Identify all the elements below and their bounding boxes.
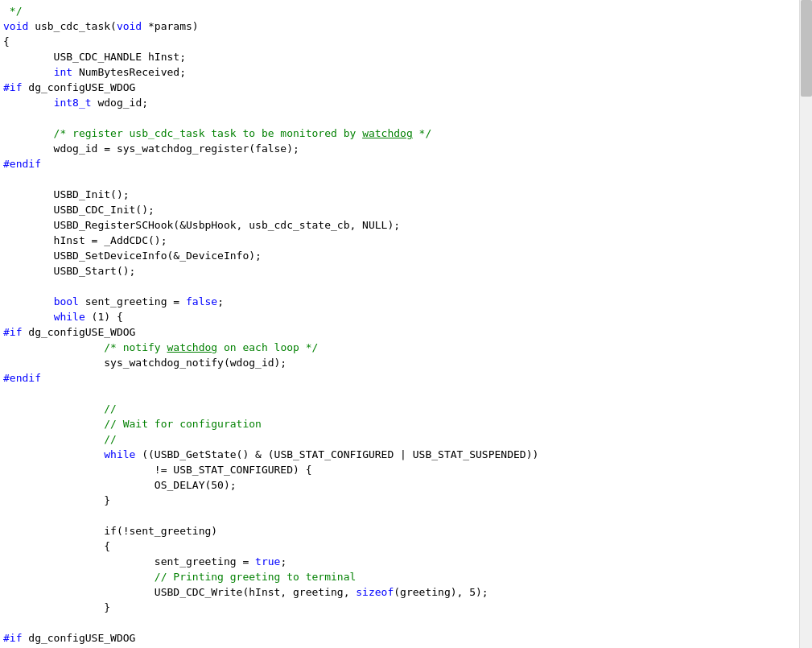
- code-line: #if dg_configUSE_WDOG: [3, 324, 799, 340]
- code-token: ;: [217, 295, 224, 307]
- code-token: wdog_id = sys_watchdog_register(false);: [3, 142, 299, 155]
- code-line: != USB_STAT_CONFIGURED) {: [3, 462, 799, 477]
- scrollbar-thumb[interactable]: [801, 0, 812, 97]
- code-token: }: [3, 601, 110, 613]
- code-token: dg_configUSE_WDOG: [28, 326, 135, 338]
- code-token: [3, 66, 54, 78]
- code-line: USBD_CDC_Write(hInst, greeting, sizeof(g…: [3, 584, 799, 600]
- code-area[interactable]: */void usb_cdc_task(void *params){ USB_C…: [0, 0, 799, 648]
- code-token: int: [54, 66, 72, 78]
- code-token: [3, 97, 54, 109]
- code-line: */: [3, 3, 799, 19]
- code-token: (greeting), 5);: [394, 586, 488, 598]
- code-token: true: [255, 555, 280, 568]
- code-token: on each loop */: [217, 341, 318, 353]
- code-line: USBD_CDC_Init();: [3, 202, 799, 217]
- code-line: USB_CDC_HANDLE hInst;: [3, 49, 799, 64]
- code-token: USBD_SetDeviceInfo(&_DeviceInfo);: [3, 250, 262, 262]
- code-line: }: [3, 493, 799, 508]
- code-token: // Wait for configuration: [3, 418, 262, 430]
- code-token: != USB_STAT_CONFIGURED) {: [3, 464, 312, 476]
- code-token: #if: [3, 81, 28, 93]
- code-token: {: [3, 35, 10, 47]
- code-token: */: [413, 127, 431, 139]
- code-token: if(!sent_greeting): [3, 525, 217, 537]
- code-line: #endif: [3, 156, 799, 171]
- code-line: [3, 615, 799, 630]
- code-line: //: [3, 431, 799, 447]
- code-line: void usb_cdc_task(void *params): [3, 19, 799, 34]
- code-token: USBD_RegisterSCHook(&UsbpHook, usb_cdc_s…: [3, 219, 400, 231]
- code-token: [3, 311, 54, 323]
- code-token: #endif: [3, 372, 41, 384]
- code-token: usb_cdc_task(: [35, 20, 117, 32]
- code-line: while (1) {: [3, 309, 799, 324]
- code-token: while: [104, 448, 135, 460]
- code-token: ((USBD_GetState() & (USB_STAT_CONFIGURED…: [135, 448, 538, 460]
- code-line: [3, 171, 799, 187]
- code-token: /* register usb_cdc_task task to be moni…: [3, 127, 362, 139]
- code-token: sent_greeting =: [79, 295, 186, 307]
- code-line: USBD_SetDeviceInfo(&_DeviceInfo);: [3, 248, 799, 263]
- code-line: [3, 279, 799, 294]
- code-line: }: [3, 600, 799, 615]
- code-line: hInst = _AddCDC();: [3, 233, 799, 248]
- code-line: OS_DELAY(50);: [3, 477, 799, 493]
- code-token: watchdog: [167, 341, 218, 353]
- code-line: #if dg_configUSE_WDOG: [3, 630, 799, 646]
- code-line: /* register usb_cdc_task task to be moni…: [3, 126, 799, 141]
- code-token: */: [3, 5, 22, 17]
- code-token: // Printing greeting to terminal: [3, 571, 356, 583]
- code-line: USBD_Init();: [3, 187, 799, 202]
- code-line: {: [3, 539, 799, 554]
- code-content: */void usb_cdc_task(void *params){ USB_C…: [0, 0, 799, 648]
- code-editor: */void usb_cdc_task(void *params){ USB_C…: [0, 0, 812, 648]
- code-token: watchdog: [362, 127, 413, 139]
- code-line: [3, 386, 799, 401]
- code-token: #if: [3, 632, 28, 644]
- code-line: wdog_id = sys_watchdog_register(false);: [3, 141, 799, 156]
- code-token: USBD_CDC_Init();: [3, 204, 155, 216]
- code-line: // Printing greeting to terminal: [3, 569, 799, 584]
- code-line: sys_watchdog_notify(wdog_id);: [3, 355, 799, 370]
- code-line: int8_t wdog_id;: [3, 95, 799, 110]
- code-token: /* notify: [3, 341, 167, 353]
- code-token: dg_configUSE_WDOG: [28, 81, 135, 93]
- code-token: *params): [142, 20, 198, 32]
- code-token: dg_configUSE_WDOG: [28, 632, 135, 644]
- code-token: hInst = _AddCDC();: [3, 234, 167, 246]
- code-line: [3, 508, 799, 523]
- code-token: #endif: [3, 158, 41, 170]
- code-token: while: [54, 311, 85, 323]
- code-line: while ((USBD_GetState() & (USB_STAT_CONF…: [3, 447, 799, 462]
- code-line: USBD_Start();: [3, 263, 799, 279]
- code-token: USBD_CDC_Write(hInst, greeting,: [3, 586, 356, 598]
- code-line: int NumBytesReceived;: [3, 64, 799, 80]
- code-token: int8_t: [54, 97, 92, 109]
- code-token: bool: [54, 295, 79, 307]
- code-token: void: [3, 20, 35, 32]
- code-token: sys_watchdog_notify(wdog_id);: [3, 357, 286, 369]
- code-token: }: [3, 494, 110, 506]
- code-line: sent_greeting = true;: [3, 554, 799, 569]
- code-token: ;: [280, 555, 286, 568]
- code-line: #if dg_configUSE_WDOG: [3, 80, 799, 95]
- code-token: wdog_id;: [92, 97, 148, 109]
- code-line: USBD_RegisterSCHook(&UsbpHook, usb_cdc_s…: [3, 217, 799, 233]
- code-token: //: [3, 433, 117, 445]
- code-line: if(!sent_greeting): [3, 523, 799, 539]
- code-line: bool sent_greeting = false;: [3, 294, 799, 309]
- code-token: {: [3, 540, 110, 552]
- code-token: OS_DELAY(50);: [3, 479, 237, 491]
- scrollbar[interactable]: [799, 0, 812, 648]
- code-line: [3, 110, 799, 126]
- code-token: NumBytesReceived;: [72, 66, 186, 78]
- code-token: #if: [3, 326, 28, 338]
- code-token: void: [117, 20, 142, 32]
- code-line: // Wait for configuration: [3, 416, 799, 431]
- code-line: #endif: [3, 370, 799, 386]
- code-token: (1) {: [85, 311, 123, 323]
- code-token: false: [186, 295, 217, 307]
- code-token: [3, 295, 54, 307]
- code-token: //: [3, 402, 117, 415]
